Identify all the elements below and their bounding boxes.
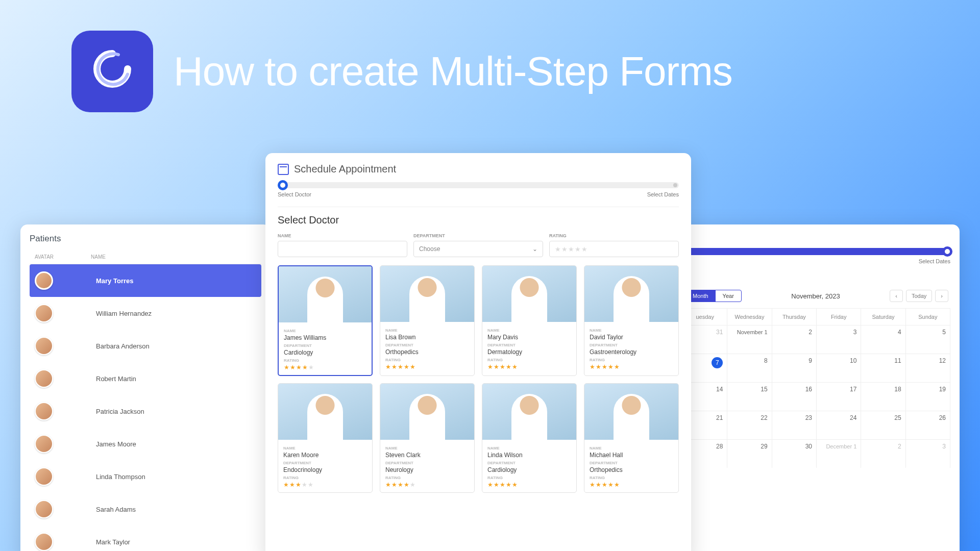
calendar-day-cell[interactable]: 9 <box>772 354 817 382</box>
field-label: Department <box>487 343 571 347</box>
calendar-day-cell[interactable]: 12 <box>906 354 950 382</box>
doctor-photo <box>380 266 474 322</box>
calendar-day-cell[interactable]: 17 <box>817 382 861 411</box>
field-label: Department <box>487 461 571 465</box>
doctor-photo <box>380 384 474 440</box>
patient-row[interactable]: Patricia Jackson <box>30 395 261 428</box>
doctor-card[interactable]: NameKaren MooreDepartmentEndocrinologyRa… <box>278 383 373 493</box>
patient-row[interactable]: Mark Taylor <box>30 525 261 551</box>
calendar-day-cell[interactable]: 15 <box>727 382 772 411</box>
progress-end-marker <box>673 183 677 187</box>
patient-row[interactable]: Mary Torres <box>30 264 261 297</box>
patient-row[interactable]: Barbara Anderson <box>30 330 261 362</box>
field-label: Name <box>385 446 469 450</box>
calendar-day-cell[interactable]: 30 <box>772 439 817 468</box>
patient-name: James Moore <box>96 440 136 448</box>
doctor-rating: ★★★★★ <box>590 481 673 488</box>
patient-name: Patricia Jackson <box>96 408 144 415</box>
doctor-photo <box>278 384 372 440</box>
schedule-panel: Schedule Appointment Select Doctor Selec… <box>265 153 691 551</box>
field-label: Department <box>283 461 367 465</box>
calendar-day-header: Sunday <box>906 308 950 325</box>
calendar-day-cell[interactable]: 3 <box>817 325 861 354</box>
doctor-photo <box>584 384 678 440</box>
calendar-today-button[interactable]: Today <box>906 290 932 302</box>
patient-name: Sarah Adams <box>96 506 136 513</box>
avatar <box>35 271 53 290</box>
patients-table-header: Avatar Name <box>30 250 261 264</box>
patient-row[interactable]: William Hernandez <box>30 297 261 330</box>
patient-row[interactable]: James Moore <box>30 428 261 460</box>
calendar-day-cell[interactable]: 25 <box>861 411 905 439</box>
calendar-day-cell[interactable]: 18 <box>861 382 905 411</box>
filter-department-label: Department <box>413 233 543 238</box>
patient-row[interactable]: Robert Martin <box>30 362 261 395</box>
avatar <box>35 435 53 453</box>
field-label: Name <box>284 329 366 333</box>
calendar-day-cell[interactable]: 8 <box>727 354 772 382</box>
column-name: Name <box>91 254 261 260</box>
doctor-department: Cardiology <box>284 349 366 356</box>
doctor-card[interactable]: NameMary DavisDepartmentDermatologyRatin… <box>482 265 577 376</box>
calendar-day-cell[interactable]: December 1 <box>817 439 861 468</box>
doctor-card[interactable]: NameDavid TaylorDepartmentGastroenterolo… <box>584 265 679 376</box>
filter-department-select[interactable]: Choose⌄ <box>413 241 543 257</box>
field-label: Rating <box>385 358 469 362</box>
doctor-card[interactable]: NameSteven ClarkDepartmentNeurologyRatin… <box>380 383 475 493</box>
chevron-down-icon: ⌄ <box>532 245 537 253</box>
doctor-card[interactable]: NameLisa BrownDepartmentOrthopedicsRatin… <box>380 265 475 376</box>
field-label: Name <box>385 328 469 333</box>
calendar-day-header: Friday <box>817 308 861 325</box>
patient-row[interactable]: Sarah Adams <box>30 493 261 525</box>
calendar-day-cell[interactable]: 16 <box>772 382 817 411</box>
patient-name: Linda Thompson <box>96 473 145 481</box>
doctor-name: Mary Davis <box>487 334 571 341</box>
calendar-day-cell[interactable]: 2 <box>861 439 905 468</box>
patient-row[interactable]: Linda Thompson <box>30 460 261 493</box>
toggle-year[interactable]: Year <box>716 290 741 302</box>
app-logo <box>71 31 153 112</box>
calendar-day-cell[interactable]: November 1 <box>727 325 772 354</box>
calendar-day-cell[interactable]: 19 <box>906 382 950 411</box>
progress-bar <box>278 182 679 188</box>
doctor-card[interactable]: NameMichael HallDepartmentOrthopedicsRat… <box>584 383 679 493</box>
filter-name-input[interactable] <box>278 241 407 257</box>
calendar-month-label: November, 2023 <box>791 292 840 300</box>
avatar <box>35 533 53 551</box>
calendar-day-cell[interactable]: 11 <box>861 354 905 382</box>
doctor-name: Linda Wilson <box>487 452 571 459</box>
field-label: Rating <box>385 475 469 480</box>
calendar-day-cell[interactable]: 3 <box>906 439 950 468</box>
patients-title: Patients <box>30 234 261 244</box>
calendar-next-button[interactable]: › <box>935 290 948 302</box>
calendar-day-cell[interactable]: 29 <box>727 439 772 468</box>
calendar-prev-button[interactable]: ‹ <box>890 290 903 302</box>
field-label: Department <box>385 461 469 465</box>
field-label: Department <box>284 343 366 348</box>
avatar <box>35 500 53 518</box>
calendar-day-cell[interactable]: 10 <box>817 354 861 382</box>
calendar-day-cell[interactable]: 2 <box>772 325 817 354</box>
doctor-name: Karen Moore <box>283 452 367 459</box>
calendar-day-cell[interactable]: 5 <box>906 325 950 354</box>
doctor-department: Cardiology <box>487 466 571 473</box>
field-label: Name <box>590 328 673 333</box>
calendar-day-cell[interactable]: 22 <box>727 411 772 439</box>
patient-name: Barbara Anderson <box>96 342 150 350</box>
doctor-rating: ★★★★★ <box>385 363 469 370</box>
calendar-day-cell[interactable]: 23 <box>772 411 817 439</box>
step-label-select-dates: Select Dates <box>647 191 679 197</box>
filter-rating-input[interactable]: ★★★★★ <box>549 241 679 257</box>
field-label: Department <box>590 343 673 347</box>
filter-rating-label: Rating <box>549 233 679 238</box>
doctor-card[interactable]: NameJames WilliamsDepartmentCardiologyRa… <box>278 265 373 376</box>
calendar-day-cell[interactable]: 26 <box>906 411 950 439</box>
doctor-department: Gastroenterology <box>590 348 673 356</box>
calendar-day-cell[interactable]: 4 <box>861 325 905 354</box>
doctor-department: Orthopedics <box>385 348 469 356</box>
page-header: How to create Multi-Step Forms <box>0 0 980 112</box>
calendar-day-cell[interactable]: 24 <box>817 411 861 439</box>
doctor-card[interactable]: NameLinda WilsonDepartmentCardiologyRati… <box>482 383 577 493</box>
doctor-department: Orthopedics <box>590 466 673 473</box>
doctor-department: Dermatology <box>487 348 571 356</box>
